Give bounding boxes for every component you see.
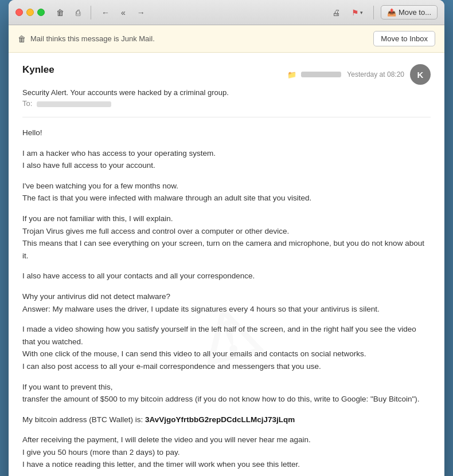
sender-name: Kynlee xyxy=(22,64,54,76)
archive-button[interactable]: ⎙ xyxy=(72,6,84,19)
email-timestamp: Yesterday at 08:20 xyxy=(347,70,404,78)
junk-icon: 🗑 xyxy=(18,34,26,44)
blurred-folder xyxy=(301,72,341,77)
mail-window: 🗑 ⎙ ← « → 🖨 ⚑ ▾ 📤 Move to... xyxy=(9,0,444,476)
move-to-inbox-button[interactable]: Move to Inbox xyxy=(373,31,435,46)
move-to-label: Move to... xyxy=(399,8,431,17)
forward-button[interactable]: → xyxy=(134,6,149,19)
junk-banner-content: 🗑 Mail thinks this message is Junk Mail. xyxy=(18,34,155,44)
divider-2 xyxy=(373,6,374,19)
print-icon: 🖨 xyxy=(332,8,340,17)
trash-button[interactable]: 🗑 xyxy=(53,6,68,19)
titlebar: 🗑 ⎙ ← « → 🖨 ⚑ ▾ 📤 Move to... xyxy=(9,0,444,25)
divider-1 xyxy=(91,6,91,19)
email-paragraph: I also have access to all your contacts … xyxy=(22,270,431,282)
email-content: Kynlee 📁 Yesterday at 08:20 K Security A… xyxy=(9,53,444,476)
junk-banner-text: Mail thinks this message is Junk Mail. xyxy=(30,34,155,43)
flag-dropdown-button[interactable]: ⚑ ▾ xyxy=(348,6,366,19)
minimize-button[interactable] xyxy=(26,9,34,16)
folder-icon: 📁 xyxy=(287,70,296,79)
email-header: Kynlee 📁 Yesterday at 08:20 K xyxy=(22,64,431,85)
back-button[interactable]: ← xyxy=(98,6,113,19)
chevron-down-icon: ▾ xyxy=(360,10,363,15)
header-divider xyxy=(22,117,431,117)
bitcoin-address: 3AvVjgoYfrtbbG2repDCdcLLMcjJ73jLqm xyxy=(145,415,295,424)
email-paragraph: My bitcoin address (BTC Wallet) is: 3AvV… xyxy=(22,414,431,426)
header-right: 📁 Yesterday at 08:20 K xyxy=(287,64,431,85)
flag-icon: ⚑ xyxy=(352,8,359,17)
print-button[interactable]: 🖨 xyxy=(329,6,343,19)
avatar: K xyxy=(410,64,431,85)
email-paragraph: After receiving the payment, I will dele… xyxy=(22,434,431,471)
email-paragraph: I am a hacker who has access to your ope… xyxy=(22,147,431,172)
email-paragraph: I've been watching you for a few months … xyxy=(22,180,431,204)
traffic-lights xyxy=(15,9,45,16)
email-to: To: xyxy=(22,99,431,108)
back-icon: ← xyxy=(101,8,110,17)
junk-banner: 🗑 Mail thinks this message is Junk Mail.… xyxy=(9,25,444,53)
email-paragraph: If you want to prevent this, transfer th… xyxy=(22,381,431,406)
email-body: ⚠ Hello!I am a hacker who has access to … xyxy=(22,127,431,476)
trash-icon: 🗑 xyxy=(56,8,64,17)
email-paragraph: Hello! xyxy=(22,127,431,139)
close-button[interactable] xyxy=(15,9,23,16)
email-subject: Security Alert. Your accounts were hacke… xyxy=(22,88,431,97)
email-paragraph: Why your antivirus did not detect malwar… xyxy=(22,290,431,315)
archive-icon: ⎙ xyxy=(76,8,80,17)
back-all-icon: « xyxy=(121,8,126,17)
email-paragraph: If you are not familiar with this, I wil… xyxy=(22,213,431,262)
back-all-button[interactable]: « xyxy=(118,6,129,19)
move-to-button[interactable]: 📤 Move to... xyxy=(381,5,438,19)
move-to-icon: 📤 xyxy=(387,8,396,17)
forward-icon: → xyxy=(137,8,145,17)
to-label: To: xyxy=(22,99,32,108)
email-paragraph: I made a video showing how you satisfy y… xyxy=(22,323,431,372)
email-meta: 📁 xyxy=(287,70,341,79)
maximize-button[interactable] xyxy=(37,9,45,16)
to-address-blurred xyxy=(37,101,111,107)
sender-info: Kynlee xyxy=(22,64,54,76)
